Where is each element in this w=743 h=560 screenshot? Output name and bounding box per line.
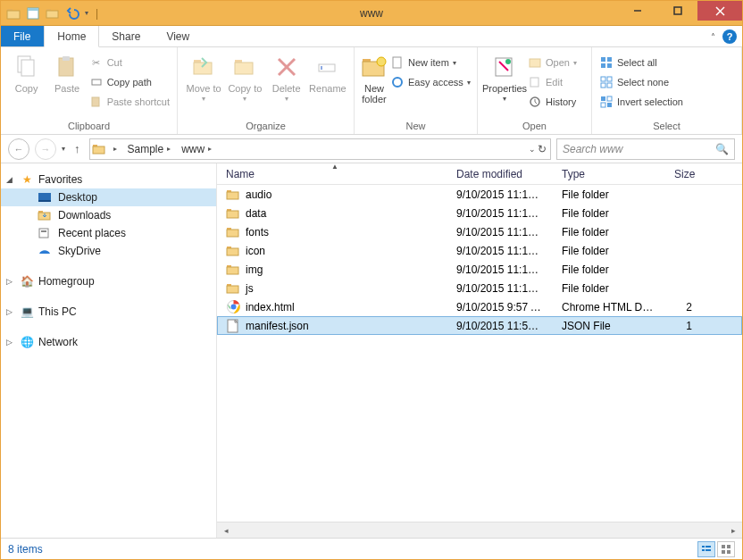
- svg-rect-65: [227, 286, 238, 293]
- rename-button[interactable]: Rename: [307, 51, 348, 94]
- tab-file[interactable]: File: [1, 26, 44, 46]
- breadcrumb-bar[interactable]: ▸ Sample▸ www▸ ⌄ ↻: [89, 138, 552, 160]
- file-row[interactable]: img9/10/2015 11:19 AMFile folder: [217, 260, 742, 279]
- search-box[interactable]: Search www 🔍: [556, 138, 735, 160]
- horizontal-scrollbar[interactable]: ◂ ▸: [217, 522, 742, 538]
- svg-rect-32: [530, 78, 538, 87]
- tab-share[interactable]: Share: [99, 26, 154, 46]
- view-thumbnails-button[interactable]: [717, 541, 735, 557]
- open-group-label: Open: [478, 119, 591, 134]
- open-button[interactable]: Open▾: [526, 53, 579, 72]
- nav-fav-downloads[interactable]: Downloads: [1, 206, 216, 224]
- copy-to-icon: [230, 53, 259, 81]
- properties-button[interactable]: Properties▾: [483, 51, 526, 104]
- nav-history-dropdown[interactable]: ▾: [62, 145, 65, 153]
- file-row[interactable]: fonts9/10/2015 11:16 AMFile folder: [217, 222, 742, 241]
- move-to-button[interactable]: Move to▾: [183, 51, 224, 104]
- file-row[interactable]: audio9/10/2015 11:14 AMFile folder: [217, 185, 742, 204]
- svg-rect-47: [93, 146, 104, 154]
- svg-rect-41: [607, 83, 612, 88]
- nav-fav-recent-places[interactable]: Recent places: [1, 224, 216, 242]
- maximize-button[interactable]: [657, 1, 697, 21]
- address-dropdown-icon[interactable]: ⌄: [529, 145, 536, 154]
- nav-pane[interactable]: ◢★Favorites DesktopDownloadsRecent place…: [1, 163, 217, 538]
- cut-button[interactable]: ✂Cut: [88, 53, 171, 72]
- new-folder-button[interactable]: New folder: [360, 51, 388, 104]
- file-row[interactable]: icon9/10/2015 11:16 AMFile folder: [217, 241, 742, 260]
- svg-rect-63: [227, 267, 238, 274]
- file-row[interactable]: index.html9/10/2015 9:57 AMChrome HTML D…: [217, 297, 742, 316]
- folder-icon: [226, 281, 240, 296]
- svg-rect-70: [705, 546, 711, 547]
- delete-button[interactable]: Delete▾: [266, 51, 307, 104]
- nav-forward-button[interactable]: →: [35, 138, 56, 160]
- fav-icon: [37, 190, 53, 205]
- json-icon: [226, 319, 240, 333]
- svg-rect-49: [38, 200, 51, 202]
- status-bar: 8 items: [1, 538, 742, 559]
- help-icon[interactable]: ?: [722, 29, 737, 44]
- col-date[interactable]: Date modified: [447, 163, 553, 184]
- history-icon: [528, 95, 542, 109]
- paste-button[interactable]: Paste: [46, 51, 87, 94]
- nav-fav-desktop[interactable]: Desktop: [1, 188, 216, 206]
- svg-rect-35: [607, 57, 612, 62]
- svg-rect-75: [722, 550, 725, 554]
- nav-favorites[interactable]: ◢★Favorites: [1, 171, 216, 188]
- svg-rect-15: [92, 97, 99, 106]
- qat-properties-icon[interactable]: [26, 6, 40, 21]
- tab-view[interactable]: View: [154, 26, 203, 46]
- copy-button[interactable]: Copy: [6, 51, 46, 94]
- file-row[interactable]: js9/10/2015 11:19 AMFile folder: [217, 279, 742, 297]
- scroll-right-icon[interactable]: ▸: [726, 524, 740, 537]
- svg-rect-52: [39, 229, 48, 238]
- nav-back-button[interactable]: ←: [8, 138, 29, 160]
- nav-homegroup[interactable]: ▷🏠Homegroup: [1, 272, 216, 290]
- select-all-button[interactable]: Select all: [597, 53, 685, 72]
- nav-this-pc[interactable]: ▷💻This PC: [1, 303, 216, 321]
- view-details-button[interactable]: [697, 541, 715, 557]
- select-none-button[interactable]: Select none: [597, 72, 685, 92]
- paste-shortcut-icon: [89, 95, 104, 109]
- history-button[interactable]: History: [526, 92, 579, 112]
- col-type[interactable]: Type: [553, 163, 665, 184]
- tab-home[interactable]: Home: [44, 26, 99, 47]
- qat-undo-icon[interactable]: [65, 6, 79, 21]
- refresh-icon[interactable]: ↻: [538, 143, 547, 155]
- qat-newfolder-icon[interactable]: [46, 6, 60, 21]
- new-group-label: New: [355, 119, 477, 134]
- svg-rect-59: [227, 230, 238, 237]
- network-icon: 🌐: [19, 335, 35, 349]
- easy-access-button[interactable]: Easy access▾: [388, 72, 472, 92]
- edit-button[interactable]: Edit: [526, 72, 579, 92]
- properties-icon: [490, 53, 519, 81]
- file-row[interactable]: manifest.json9/10/2015 11:51 AMJSON File…: [217, 316, 742, 335]
- svg-rect-76: [727, 550, 730, 554]
- new-item-button[interactable]: New item▾: [388, 53, 472, 72]
- crumb-sample[interactable]: Sample▸: [122, 139, 177, 159]
- nav-network[interactable]: ▷🌐Network: [1, 333, 216, 351]
- svg-rect-39: [607, 77, 612, 81]
- col-size[interactable]: Size: [665, 163, 701, 184]
- svg-rect-14: [92, 79, 101, 85]
- file-row[interactable]: data9/10/2015 11:16 AMFile folder: [217, 204, 742, 222]
- minimize-button[interactable]: [617, 1, 657, 21]
- invert-selection-button[interactable]: Invert selection: [597, 92, 685, 112]
- copy-to-button[interactable]: Copy to▾: [224, 51, 265, 104]
- crumb-www[interactable]: www▸: [176, 139, 217, 159]
- explorer-window: ▾ | www File Home Share View ˄ ? Copy: [0, 0, 743, 560]
- paste-icon: [53, 53, 81, 81]
- close-button[interactable]: [697, 1, 742, 21]
- ribbon-collapse-icon[interactable]: ˄: [711, 32, 715, 42]
- qat-dropdown[interactable]: ▾: [85, 9, 88, 17]
- nav-fav-skydrive[interactable]: SkyDrive: [1, 242, 216, 260]
- svg-rect-71: [702, 549, 705, 551]
- scroll-left-icon[interactable]: ◂: [219, 524, 233, 537]
- paste-shortcut-button[interactable]: Paste shortcut: [88, 92, 171, 112]
- svg-rect-11: [21, 60, 34, 76]
- chrome-icon: [226, 300, 240, 314]
- copy-path-button[interactable]: Copy path: [88, 72, 171, 92]
- select-all-icon: [599, 55, 614, 70]
- nav-up-button[interactable]: ↑: [71, 142, 84, 155]
- col-name[interactable]: Name▲: [217, 163, 447, 184]
